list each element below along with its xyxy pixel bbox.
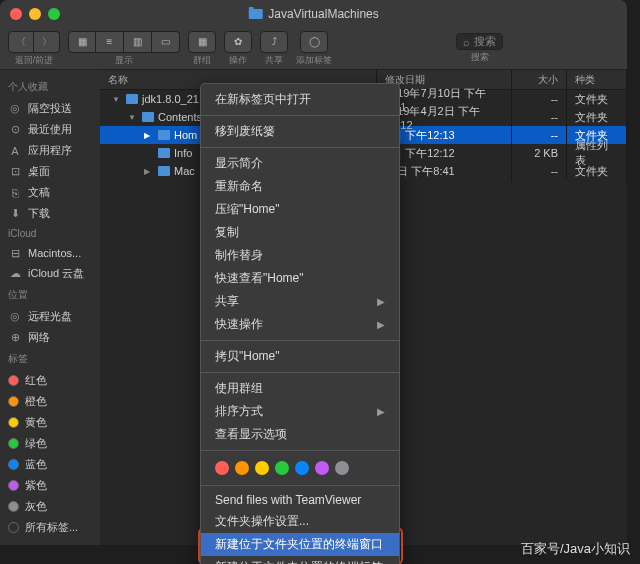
disclosure-icon[interactable]: ▼ — [112, 95, 122, 104]
context-menu: 在新标签页中打开移到废纸篓显示简介重新命名压缩"Home"复制制作替身快速查看"… — [200, 83, 400, 564]
submenu-icon: ▶ — [377, 319, 385, 330]
icon-view-button[interactable]: ▦ — [68, 31, 96, 53]
sidebar-item[interactable]: ⊟Macintos... — [0, 243, 100, 263]
maximize-icon[interactable] — [48, 8, 60, 20]
sidebar-item[interactable]: 蓝色 — [0, 454, 100, 475]
sidebar-item[interactable]: ⎘文稿 — [0, 182, 100, 203]
tag-dot-icon — [8, 375, 19, 386]
menu-item[interactable]: 查看显示选项 — [201, 423, 399, 446]
titlebar[interactable]: JavaVirtualMachines — [0, 0, 627, 28]
sidebar-item[interactable]: ⬇下载 — [0, 203, 100, 224]
sidebar-section-header: 标签 — [0, 348, 100, 370]
nav-label: 返回/前进 — [15, 54, 54, 67]
tag-color-icon[interactable] — [295, 461, 309, 475]
tag-color-icon[interactable] — [255, 461, 269, 475]
disclosure-icon[interactable]: ▶ — [144, 167, 154, 176]
sidebar-icon: ⬇ — [8, 207, 22, 221]
tag-dot-icon — [8, 501, 19, 512]
folder-icon — [142, 112, 154, 122]
sidebar-label: 文稿 — [28, 185, 50, 200]
tag-color-icon[interactable] — [215, 461, 229, 475]
column-view-button[interactable]: ▥ — [124, 31, 152, 53]
sidebar-item[interactable]: ⊙最近使用 — [0, 119, 100, 140]
menu-item[interactable]: 新建位于文件夹位置的终端窗口 — [201, 533, 399, 556]
menu-item[interactable]: 排序方式▶ — [201, 400, 399, 423]
sidebar-item[interactable]: 红色 — [0, 370, 100, 391]
sidebar-item[interactable]: 紫色 — [0, 475, 100, 496]
tags-button[interactable]: ◯ — [300, 31, 328, 53]
sidebar-item[interactable]: ⊡桌面 — [0, 161, 100, 182]
gallery-view-button[interactable]: ▭ — [152, 31, 180, 53]
menu-item[interactable]: 重新命名 — [201, 175, 399, 198]
sidebar-item[interactable]: 绿色 — [0, 433, 100, 454]
sidebar-item[interactable]: 黄色 — [0, 412, 100, 433]
close-icon[interactable] — [10, 8, 22, 20]
sidebar-item[interactable]: 所有标签... — [0, 517, 100, 538]
sidebar-item[interactable]: 橙色 — [0, 391, 100, 412]
menu-item[interactable]: 移到废纸篓 — [201, 120, 399, 143]
sidebar-section-header: 位置 — [0, 284, 100, 306]
back-button[interactable]: 〈 — [8, 31, 34, 53]
col-size[interactable]: 大小 — [512, 70, 567, 89]
menu-item[interactable]: 新建位于文件夹位置的终端标签页 — [201, 556, 399, 564]
tag-color-icon[interactable] — [235, 461, 249, 475]
menu-item-label: 压缩"Home" — [215, 201, 280, 218]
group-button[interactable]: ▦ — [188, 31, 216, 53]
search-input[interactable]: ⌕ 搜索 — [456, 33, 503, 50]
sidebar-label: 远程光盘 — [28, 309, 72, 324]
disclosure-icon[interactable]: ▶ — [144, 131, 154, 140]
menu-item[interactable]: 快速操作▶ — [201, 313, 399, 336]
sidebar-item[interactable]: 灰色 — [0, 496, 100, 517]
menu-tags — [201, 455, 399, 481]
tag-color-icon[interactable] — [275, 461, 289, 475]
menu-item-label: 拷贝"Home" — [215, 348, 280, 365]
sidebar-item[interactable]: A应用程序 — [0, 140, 100, 161]
menu-item[interactable]: 制作替身 — [201, 244, 399, 267]
menu-item-label: 查看显示选项 — [215, 426, 287, 443]
menu-item-label: 移到废纸篓 — [215, 123, 275, 140]
sidebar-icon: ⊡ — [8, 165, 22, 179]
sidebar-label: 所有标签... — [25, 520, 78, 535]
menu-item[interactable]: 在新标签页中打开 — [201, 88, 399, 111]
sidebar-item[interactable]: ☁iCloud 云盘 — [0, 263, 100, 284]
menu-item[interactable]: 显示简介 — [201, 152, 399, 175]
file-name: Mac — [174, 165, 195, 177]
menu-item-label: 显示简介 — [215, 155, 263, 172]
minimize-icon[interactable] — [29, 8, 41, 20]
menu-item[interactable]: 拷贝"Home" — [201, 345, 399, 368]
watermark: 百家号/Java小知识 — [521, 540, 630, 558]
sidebar-icon: A — [8, 144, 22, 158]
sidebar-item[interactable]: ◎远程光盘 — [0, 306, 100, 327]
cell-kind: 文件夹 — [567, 161, 627, 182]
file-name: Hom — [174, 129, 197, 141]
list-view-button[interactable]: ≡ — [96, 31, 124, 53]
menu-item[interactable]: 使用群组 — [201, 377, 399, 400]
title-text: JavaVirtualMachines — [268, 7, 379, 21]
tag-dot-icon — [8, 438, 19, 449]
share-button[interactable]: ⤴ — [260, 31, 288, 53]
disclosure-icon[interactable]: ▼ — [128, 113, 138, 122]
tag-color-icon[interactable] — [315, 461, 329, 475]
menu-item[interactable]: 共享▶ — [201, 290, 399, 313]
folder-icon — [158, 148, 170, 158]
sidebar-icon: ⊟ — [8, 246, 22, 260]
menu-item[interactable]: 快速查看"Home" — [201, 267, 399, 290]
tag-dot-icon — [8, 459, 19, 470]
forward-button[interactable]: 〉 — [34, 31, 60, 53]
menu-item[interactable]: 压缩"Home" — [201, 198, 399, 221]
sidebar-item[interactable]: ◎隔空投送 — [0, 98, 100, 119]
menu-item-label: 使用群组 — [215, 380, 263, 397]
menu-separator — [201, 340, 399, 341]
submenu-icon: ▶ — [377, 406, 385, 417]
menu-item[interactable]: 文件夹操作设置... — [201, 510, 399, 533]
tag-color-icon[interactable] — [335, 461, 349, 475]
menu-item[interactable]: 复制 — [201, 221, 399, 244]
col-kind[interactable]: 种类 — [567, 70, 627, 89]
action-button[interactable]: ✿ — [224, 31, 252, 53]
toolbar: 〈 〉 返回/前进 ▦ ≡ ▥ ▭ 显示 ▦ 群组 ✿ 操作 ⤴ 共享 — [0, 28, 627, 70]
menu-item[interactable]: Send files with TeamViewer — [201, 490, 399, 510]
sidebar-icon: ☁ — [8, 267, 22, 281]
cell-size: -- — [512, 162, 567, 180]
sidebar-section-header: 个人收藏 — [0, 76, 100, 98]
sidebar-item[interactable]: ⊕网络 — [0, 327, 100, 348]
